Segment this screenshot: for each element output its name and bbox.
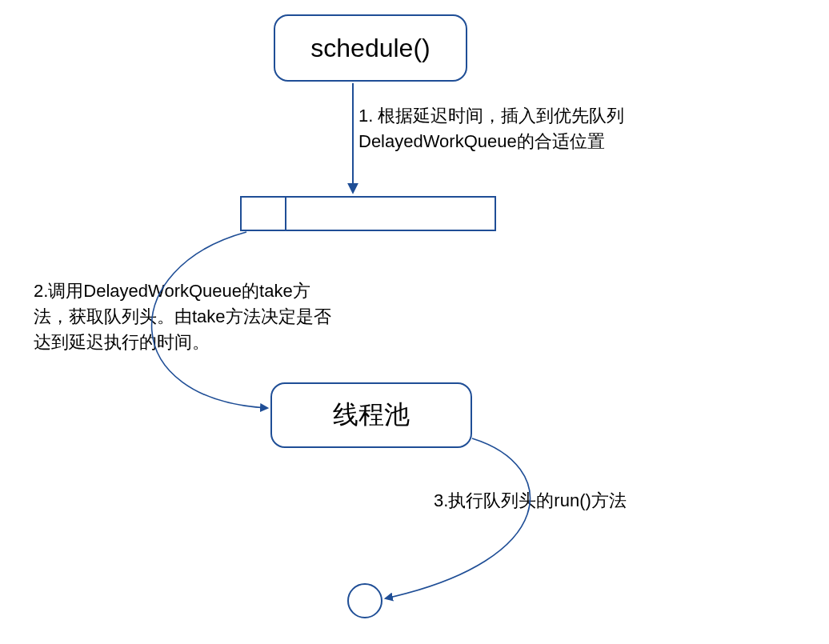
queue-box: [240, 196, 496, 231]
end-circle: [347, 583, 382, 618]
node-schedule: schedule(): [274, 14, 467, 82]
node-threadpool: 线程池: [270, 382, 472, 448]
annotation-step1: 1. 根据延迟时间，插入到优先队列DelayedWorkQueue的合适位置: [358, 103, 695, 154]
node-schedule-label: schedule(): [310, 34, 430, 63]
annotation-step3: 3.执行队列头的run()方法: [434, 488, 690, 514]
annotation-step2: 2.调用DelayedWorkQueue的take方法，获取队列头。由take方…: [34, 278, 338, 355]
queue-separator: [285, 198, 286, 230]
node-threadpool-label: 线程池: [333, 398, 410, 433]
arrow-threadpool-to-end: [386, 438, 530, 598]
